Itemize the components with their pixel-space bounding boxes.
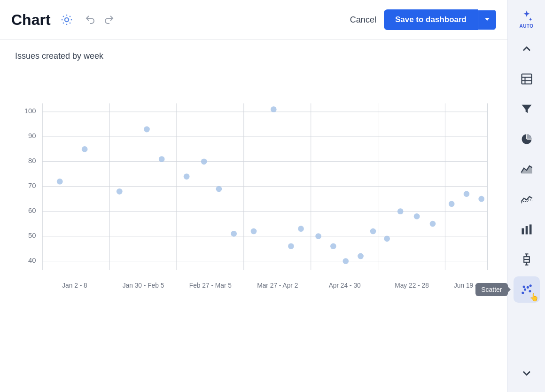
svg-point-38: [216, 186, 222, 192]
bar-chart-icon: [520, 223, 533, 236]
svg-marker-1: [485, 18, 490, 21]
undo-button[interactable]: [83, 12, 98, 27]
svg-text:60: 60: [28, 207, 36, 214]
sidebar-item-table[interactable]: [514, 66, 540, 92]
redo-icon: [103, 14, 115, 25]
multiline-icon: [520, 193, 533, 206]
svg-text:May 22 - 28: May 22 - 28: [395, 282, 429, 289]
svg-text:Mar 27 - Apr 2: Mar 27 - Apr 2: [257, 282, 298, 289]
svg-text:50: 50: [28, 232, 36, 239]
svg-text:90: 90: [28, 132, 36, 140]
svg-point-75: [526, 286, 529, 289]
scatter-chart-svg: 100 90 80 70 60 50 40: [15, 69, 492, 377]
svg-text:Apr 24 - 30: Apr 24 - 30: [329, 282, 361, 289]
svg-point-49: [384, 236, 390, 242]
cancel-button[interactable]: Cancel: [350, 15, 376, 25]
svg-text:80: 80: [28, 157, 36, 165]
chevron-up-icon: [520, 42, 533, 55]
gear-icon: [60, 13, 73, 26]
svg-text:70: 70: [28, 182, 36, 189]
svg-point-36: [184, 173, 190, 180]
funnel-icon: [520, 102, 533, 116]
sidebar-item-auto[interactable]: AUTO: [514, 6, 540, 32]
svg-text:Jan 2 - 8: Jan 2 - 8: [62, 282, 87, 289]
sparkle-icon: [520, 9, 533, 23]
svg-point-45: [330, 243, 336, 249]
svg-text:Jun 19 - 25: Jun 19 - 25: [454, 282, 486, 289]
area-chart-icon: [520, 163, 533, 176]
svg-point-44: [315, 233, 321, 239]
dropdown-arrow-icon: [484, 16, 490, 23]
scatter-icon: [520, 283, 533, 296]
sidebar-item-up-arrow[interactable]: [514, 36, 540, 62]
sidebar-item-down-arrow[interactable]: [514, 360, 540, 386]
redo-button[interactable]: [101, 12, 117, 27]
svg-point-48: [370, 228, 376, 235]
svg-point-37: [201, 158, 207, 165]
svg-rect-64: [522, 228, 524, 235]
svg-point-46: [343, 258, 349, 264]
header: Chart Cancel: [0, 0, 507, 40]
chart-wrapper: 100 90 80 70 60 50 40: [15, 69, 492, 377]
svg-point-31: [57, 179, 63, 185]
sidebar-item-filter[interactable]: [514, 96, 540, 122]
svg-rect-66: [529, 225, 531, 235]
pie-icon: [520, 133, 533, 146]
svg-text:100: 100: [24, 107, 36, 115]
main-area: Chart Cancel: [0, 0, 507, 392]
chart-container: Issues created by week 100 90 80 70 60 5…: [0, 40, 507, 392]
svg-point-54: [464, 191, 470, 197]
svg-point-74: [523, 288, 526, 290]
svg-point-73: [522, 291, 524, 294]
settings-button[interactable]: [58, 11, 75, 28]
svg-point-51: [414, 213, 420, 220]
sidebar-item-scatter-chart[interactable]: Scatter 👆: [514, 276, 540, 303]
undo-icon: [85, 14, 96, 25]
save-button-group: Save to dashboard: [384, 9, 496, 30]
header-divider: [128, 12, 128, 27]
sidebar-item-pie-chart[interactable]: [514, 126, 540, 152]
save-dropdown-button[interactable]: [478, 10, 496, 30]
chevron-down-icon: [520, 367, 533, 380]
table-icon: [520, 72, 533, 86]
sidebar-item-multi-line-chart[interactable]: [514, 186, 540, 212]
boxplot-icon: [520, 253, 533, 266]
chart-title: Issues created by week: [15, 51, 492, 61]
svg-point-78: [522, 286, 525, 288]
svg-text:Jan 30 - Feb 5: Jan 30 - Feb 5: [123, 282, 164, 289]
svg-point-42: [288, 243, 294, 249]
header-actions: Cancel Save to dashboard: [350, 9, 496, 30]
svg-point-43: [298, 226, 304, 232]
svg-point-55: [478, 196, 484, 202]
page-title: Chart: [11, 11, 51, 29]
undo-redo-group: [83, 12, 117, 27]
sidebar-item-box-plot[interactable]: [514, 246, 540, 273]
save-to-dashboard-button[interactable]: Save to dashboard: [384, 9, 478, 30]
svg-point-50: [397, 208, 404, 214]
svg-point-76: [529, 290, 531, 292]
svg-rect-65: [525, 226, 528, 235]
svg-point-33: [117, 188, 123, 195]
svg-point-34: [144, 126, 150, 133]
svg-text:40: 40: [28, 257, 36, 264]
svg-point-35: [159, 156, 165, 162]
sidebar: AUTO: [507, 0, 545, 392]
svg-text:Feb 27 - Mar 5: Feb 27 - Mar 5: [189, 282, 232, 289]
svg-point-52: [430, 221, 436, 227]
svg-point-0: [64, 18, 68, 22]
svg-point-77: [529, 284, 531, 287]
svg-point-40: [251, 228, 257, 235]
svg-point-32: [82, 146, 88, 152]
svg-rect-56: [522, 74, 531, 84]
svg-point-47: [358, 253, 364, 259]
auto-label: AUTO: [519, 24, 533, 29]
sidebar-item-area-chart[interactable]: [514, 156, 540, 182]
svg-point-41: [271, 106, 277, 112]
sidebar-item-bar-chart[interactable]: [514, 216, 540, 243]
svg-point-39: [231, 231, 237, 237]
svg-point-53: [449, 201, 455, 207]
